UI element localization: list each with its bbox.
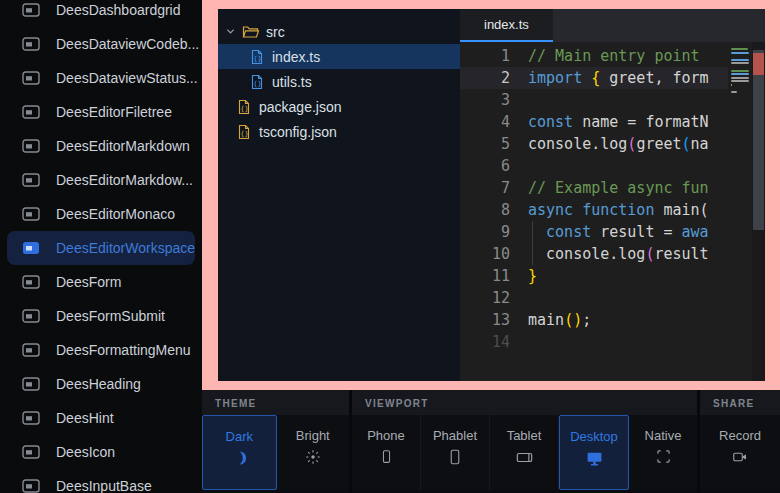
line-number: 4 [460, 111, 510, 133]
scrollbar-marker [753, 53, 764, 75]
code-line: 11 } [460, 265, 728, 287]
phone-icon [379, 449, 394, 464]
svg-text:{}: {} [240, 104, 248, 112]
main-stage: src {}index.ts {}utils.ts {}package.json… [202, 0, 780, 493]
file-label: src [266, 24, 285, 40]
sidebar-item-deeseditormonaco[interactable]: DeesEditorMonaco [7, 197, 195, 231]
toolbar-group-buttons: Dark Bright [202, 415, 349, 490]
sidebar-item-label: DeesDataviewCodeb... [56, 36, 199, 52]
line-number: 6 [460, 155, 510, 177]
toolbar-group-share: SHARE Record [700, 390, 780, 493]
filetree-row-tsconfig-json[interactable]: {}tsconfig.json [218, 119, 460, 144]
line-text [510, 155, 528, 177]
toolbar-group-theme: THEME Dark Bright [202, 390, 352, 493]
sidebar-item-deesformattingmenu[interactable]: DeesFormattingMenu [7, 333, 195, 367]
line-text [510, 331, 528, 353]
line-text: import { greet, form [510, 67, 709, 89]
line-text: // Example async fun [510, 177, 709, 199]
sidebar-item-label: DeesDashboardgrid [56, 2, 181, 18]
sidebar-item-deesformsubmit[interactable]: DeesFormSubmit [7, 299, 195, 333]
code-line: 4 const name = formatN [460, 111, 728, 133]
record-icon [732, 449, 748, 465]
line-number: 10 [460, 243, 510, 265]
editor-scrollbar[interactable] [752, 42, 765, 381]
line-text [510, 89, 528, 111]
tab-index-ts[interactable]: index.ts [460, 9, 553, 42]
toolbar-button-native[interactable]: Native [629, 415, 697, 490]
filetree-row-package-json[interactable]: {}package.json [218, 94, 460, 119]
sidebar-item-deesdataviewcodeb[interactable]: DeesDataviewCodeb... [7, 27, 195, 61]
toolbar-button-desktop[interactable]: Desktop [559, 415, 629, 490]
toolbar-button-tablet[interactable]: Tablet [490, 415, 559, 490]
sidebar-item-deesform[interactable]: DeesForm [7, 265, 195, 299]
toolbar-group-buttons: Phone Phablet Tablet Desktop Native [352, 415, 697, 490]
toolbar-button-dark[interactable]: Dark [202, 415, 277, 490]
sidebar-item-deesicon[interactable]: DeesIcon [7, 435, 195, 469]
filetree-row-index-ts[interactable]: {}index.ts [218, 44, 460, 69]
line-text: } [510, 265, 537, 287]
line-text: async function main( [510, 199, 709, 221]
phablet-icon [447, 449, 463, 465]
editor-body: 1 // Main entry point 2 import { greet, … [460, 42, 765, 381]
tab-label: index.ts [484, 17, 529, 32]
code-area[interactable]: 1 // Main entry point 2 import { greet, … [460, 42, 728, 381]
code-line: 9 const result = awa [460, 221, 728, 243]
widget-icon [22, 377, 40, 391]
tablet-icon [516, 449, 533, 466]
widget-icon [22, 173, 40, 187]
toolbar-button-phone[interactable]: Phone [352, 415, 421, 490]
code-line: 1 // Main entry point [460, 45, 728, 67]
line-number: 12 [460, 287, 510, 309]
editor-tab-bar: index.ts [460, 9, 765, 42]
code-line: 5 console.log(greet(na [460, 133, 728, 155]
line-number: 9 [460, 221, 510, 243]
file-label: tsconfig.json [259, 124, 337, 140]
widget-icon [22, 241, 40, 255]
sidebar-item-deesheading[interactable]: DeesHeading [7, 367, 195, 401]
folder-icon [242, 24, 260, 39]
toolbar-group-viewport: VIEWPORT Phone Phablet Tablet Desktop Na… [352, 390, 700, 493]
line-number: 1 [460, 45, 510, 67]
widget-icon [22, 309, 40, 323]
scrollbar-slider[interactable] [753, 50, 764, 230]
line-text: console.log(result [510, 243, 709, 265]
line-text: const name = formatN [510, 111, 709, 133]
toolbar-button-phablet[interactable]: Phablet [421, 415, 490, 490]
sidebar-item-deesdashboardgrid[interactable]: DeesDashboardgrid [7, 0, 195, 27]
toolbar-group-header: THEME [202, 390, 349, 415]
sidebar-item-label: DeesDataviewStatus... [56, 70, 198, 86]
widget-icon [22, 139, 40, 153]
line-number: 2 [460, 67, 510, 89]
code-line: 13 main(); [460, 309, 728, 331]
sidebar-item-deesinputbase[interactable]: DeesInputBase [7, 469, 195, 493]
chevron-icon [225, 26, 236, 37]
line-number: 11 [460, 265, 510, 287]
toolbar-button-label: Native [645, 428, 682, 443]
line-text: main(); [510, 309, 591, 331]
toolbar-group-header: VIEWPORT [352, 390, 697, 415]
sidebar-item-label: DeesEditorWorkspace [56, 240, 195, 256]
file-label: package.json [259, 99, 342, 115]
sidebar-item-label: DeesIcon [56, 444, 115, 460]
sidebar-item-deeseditorfiletree[interactable]: DeesEditorFiletree [7, 95, 195, 129]
component-list: DeesDashboardgrid DeesDataviewCodeb... D… [0, 0, 202, 493]
desktop-icon [586, 450, 603, 467]
toolbar-button-label: Phone [367, 428, 405, 443]
filetree-row-utils-ts[interactable]: {}utils.ts [218, 69, 460, 94]
widget-icon [22, 445, 40, 459]
sidebar-item-deeseditormarkdown[interactable]: DeesEditorMarkdown [7, 129, 195, 163]
sidebar-item-label: DeesEditorFiletree [56, 104, 172, 120]
sidebar-item-deeshint[interactable]: DeesHint [7, 401, 195, 435]
code-editor-panel: index.ts 1 // Main entry point 2 import … [460, 9, 765, 381]
sidebar-item-deesdataviewstatus[interactable]: DeesDataviewStatus... [7, 61, 195, 95]
minimap[interactable] [728, 42, 752, 381]
toolbar-group-header: SHARE [700, 390, 780, 415]
widget-icon [22, 343, 40, 357]
toolbar-button-bright[interactable]: Bright [277, 415, 350, 490]
filetree-row-src[interactable]: src [218, 19, 460, 44]
toolbar-button-record[interactable]: Record [700, 415, 780, 490]
sidebar-item-deeseditormarkdow[interactable]: DeesEditorMarkdow... [7, 163, 195, 197]
line-text: const result = awa [510, 221, 709, 243]
toolbar-button-label: Tablet [507, 428, 542, 443]
sidebar-item-deeseditorworkspace[interactable]: DeesEditorWorkspace [7, 231, 195, 265]
